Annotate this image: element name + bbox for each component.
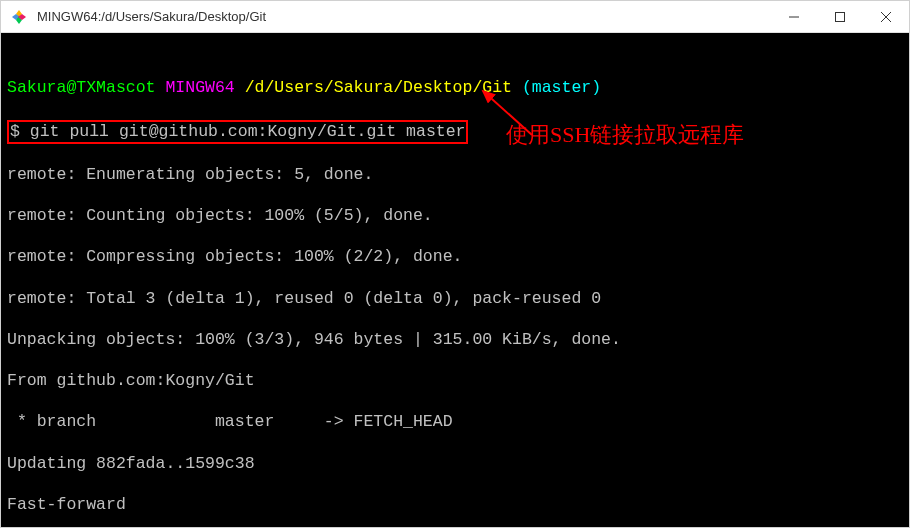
window-controls [771, 1, 909, 32]
prompt-user: Sakura@TXMascot [7, 78, 156, 97]
prompt-symbol: $ [10, 122, 20, 141]
command-line: $ git pull git@github.com:Kogny/Git.git … [7, 120, 903, 145]
terminal-body[interactable]: Sakura@TXMascot MINGW64 /d/Users/Sakura/… [1, 33, 909, 527]
command-highlight-box: $ git pull git@github.com:Kogny/Git.git … [7, 120, 468, 145]
prompt-env: MINGW64 [165, 78, 234, 97]
output-line: From github.com:Kogny/Git [7, 371, 903, 392]
output-line: remote: Enumerating objects: 5, done. [7, 165, 903, 186]
prompt-branch: (master) [522, 78, 601, 97]
output-line: * branch master -> FETCH_HEAD [7, 412, 903, 433]
window-title: MINGW64:/d/Users/Sakura/Desktop/Git [35, 9, 771, 24]
prompt-line: Sakura@TXMascot MINGW64 /d/Users/Sakura/… [7, 78, 903, 99]
prompt-path: /d/Users/Sakura/Desktop/Git [245, 78, 512, 97]
maximize-button[interactable] [817, 1, 863, 32]
close-button[interactable] [863, 1, 909, 32]
output-line: remote: Counting objects: 100% (5/5), do… [7, 206, 903, 227]
annotation-text: 使用SSH链接拉取远程库 [506, 121, 744, 149]
output-line: remote: Total 3 (delta 1), reused 0 (del… [7, 289, 903, 310]
output-line: Fast-forward [7, 495, 903, 516]
svg-rect-5 [836, 12, 845, 21]
minimize-button[interactable] [771, 1, 817, 32]
app-icon [9, 7, 29, 27]
output-line: Unpacking objects: 100% (3/3), 946 bytes… [7, 330, 903, 351]
output-line: Updating 882fada..1599c38 [7, 454, 903, 475]
command-text: git pull git@github.com:Kogny/Git.git ma… [30, 122, 466, 141]
titlebar[interactable]: MINGW64:/d/Users/Sakura/Desktop/Git [1, 1, 909, 33]
terminal-window: MINGW64:/d/Users/Sakura/Desktop/Git Saku… [0, 0, 910, 528]
output-line: remote: Compressing objects: 100% (2/2),… [7, 247, 903, 268]
